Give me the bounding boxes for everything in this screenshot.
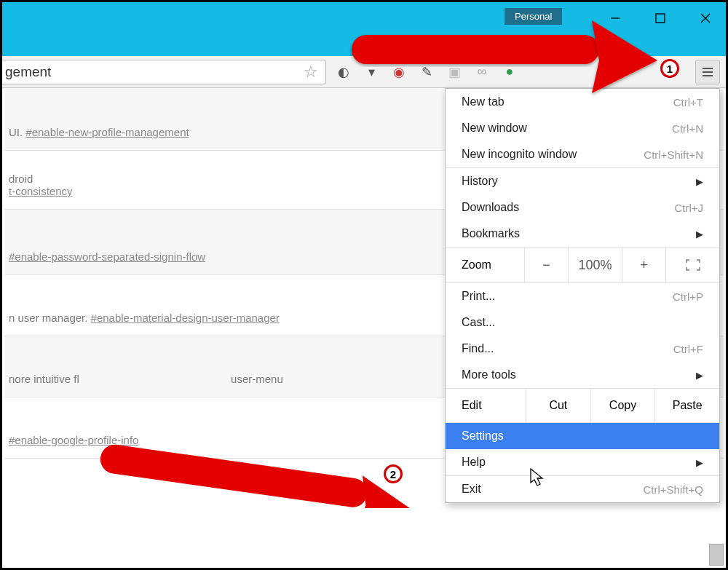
flag-link[interactable]: #enable-google-profile-info	[9, 434, 138, 446]
menu-shortcut: Ctrl+P	[673, 290, 703, 303]
menu-item-label: Downloads	[462, 201, 519, 214]
flag-link[interactable]: t-consistency	[9, 185, 73, 197]
toolbar: gement ☆ ◐ ▾ ◉ ✎ ▣ ∞ ●	[2, 56, 726, 88]
zoom-out-button[interactable]: −	[524, 248, 568, 282]
flag-desc: nore intuitive fl	[9, 373, 79, 385]
zoom-level: 100%	[568, 248, 622, 282]
flag-desc: UI.	[9, 126, 25, 138]
menu-history[interactable]: History ▶	[446, 168, 719, 194]
menu-item-label: Bookmarks	[462, 227, 520, 240]
menu-shortcut: Ctrl+Shift+N	[644, 149, 703, 161]
flag-desc: n user manager.	[9, 312, 91, 324]
close-button[interactable]	[691, 6, 720, 31]
menu-cut[interactable]: Cut	[526, 389, 590, 422]
menu-find[interactable]: Find... Ctrl+F	[446, 336, 719, 362]
close-icon	[700, 13, 711, 23]
menu-zoom-row: Zoom − 100% +	[446, 247, 719, 283]
menu-edit-row: Edit Cut Copy Paste	[446, 388, 719, 423]
chevron-right-icon: ▶	[696, 457, 703, 468]
flag-desc: user-menu	[231, 373, 283, 385]
extension-icon-6[interactable]: ∞	[473, 63, 491, 81]
address-bar[interactable]: gement ☆	[2, 60, 326, 84]
maximize-icon	[655, 13, 665, 23]
chevron-right-icon: ▶	[696, 229, 703, 240]
chevron-right-icon: ▶	[696, 370, 703, 381]
menu-item-label: Find...	[462, 342, 494, 355]
menu-cast[interactable]: Cast...	[446, 309, 719, 336]
menu-settings[interactable]: Settings	[446, 423, 719, 449]
grammarly-icon[interactable]: ●	[501, 63, 518, 81]
menu-edit-label: Edit	[446, 389, 526, 422]
extension-icon-5[interactable]: ▣	[446, 63, 463, 81]
menu-item-label: Exit	[462, 483, 481, 496]
chevron-right-icon: ▶	[696, 176, 703, 187]
menu-print[interactable]: Print... Ctrl+P	[446, 283, 719, 309]
menu-zoom-label: Zoom	[446, 248, 524, 282]
fullscreen-button[interactable]	[665, 248, 719, 282]
chrome-menu: New tab Ctrl+T New window Ctrl+N New inc…	[445, 88, 720, 503]
svg-rect-1	[656, 14, 665, 23]
tab-strip	[2, 34, 726, 56]
menu-copy[interactable]: Copy	[590, 389, 655, 422]
menu-downloads[interactable]: Downloads Ctrl+J	[446, 194, 719, 221]
menu-shortcut: Ctrl+J	[674, 202, 703, 214]
flag-link[interactable]: #enable-password-separated-signin-flow	[9, 250, 205, 263]
menu-item-label: Help	[462, 456, 486, 469]
flag-link[interactable]: #enable-new-profile-management	[25, 126, 189, 138]
flag-link[interactable]: #enable-material-design-user-manager	[91, 312, 280, 324]
menu-new-tab[interactable]: New tab Ctrl+T	[446, 89, 719, 115]
menu-item-label: More tools	[462, 368, 516, 381]
flag-desc: droid	[9, 173, 33, 185]
menu-more-tools[interactable]: More tools ▶	[446, 362, 719, 388]
menu-shortcut: Ctrl+F	[673, 343, 703, 355]
address-bar-text: gement	[2, 64, 299, 80]
extension-icon-3[interactable]: ◉	[390, 63, 408, 81]
menu-paste[interactable]: Paste	[654, 389, 719, 422]
pocket-icon[interactable]: ▾	[363, 63, 380, 81]
title-bar: Personal	[2, 2, 726, 34]
menu-item-label: Print...	[462, 290, 495, 303]
chrome-menu-button[interactable]	[695, 60, 720, 84]
extension-icons: ◐ ▾ ◉ ✎ ▣ ∞ ●	[331, 56, 523, 87]
extension-icon-1[interactable]: ◐	[335, 63, 352, 81]
menu-shortcut: Ctrl+N	[672, 122, 703, 135]
fullscreen-icon	[686, 259, 700, 271]
menu-item-label: New tab	[462, 95, 505, 108]
extension-icon-4[interactable]: ✎	[418, 63, 435, 81]
menu-exit[interactable]: Exit Ctrl+Shift+Q	[446, 476, 719, 502]
profile-badge[interactable]: Personal	[505, 8, 562, 25]
menu-new-incognito[interactable]: New incognito window Ctrl+Shift+N	[446, 141, 719, 167]
bookmark-star-icon[interactable]: ☆	[299, 63, 318, 82]
menu-item-label: Cast...	[462, 316, 495, 329]
minimize-button[interactable]	[601, 6, 630, 31]
scrollbar[interactable]	[709, 544, 724, 566]
menu-shortcut: Ctrl+T	[673, 96, 703, 108]
menu-item-label: New window	[462, 122, 527, 135]
zoom-in-button[interactable]: +	[622, 248, 665, 282]
menu-help[interactable]: Help ▶	[446, 449, 719, 475]
menu-item-label: New incognito window	[462, 148, 577, 161]
minimize-icon	[610, 13, 620, 23]
menu-bookmarks[interactable]: Bookmarks ▶	[446, 221, 719, 247]
hamburger-icon	[701, 66, 714, 78]
menu-item-label: Settings	[462, 430, 504, 443]
menu-item-label: History	[462, 175, 498, 188]
menu-shortcut: Ctrl+Shift+Q	[643, 483, 703, 496]
maximize-button[interactable]	[646, 6, 675, 31]
menu-new-window[interactable]: New window Ctrl+N	[446, 115, 719, 141]
